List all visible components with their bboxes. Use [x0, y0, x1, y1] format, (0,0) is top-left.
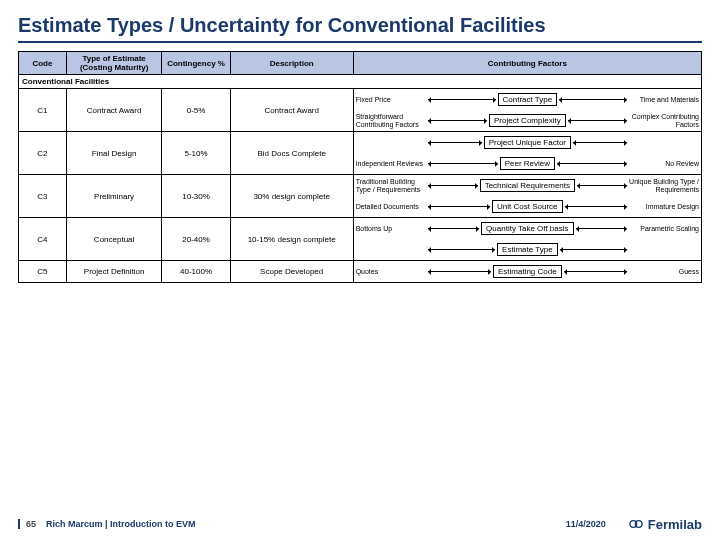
arrow-icon	[576, 228, 627, 229]
table-cell: Contract Award	[230, 89, 353, 132]
fermilab-icon	[628, 516, 644, 532]
arrow-icon	[428, 142, 482, 143]
factor-mid: Unit Cost Source	[492, 200, 562, 213]
table-cell: 40-100%	[162, 261, 230, 283]
arrow-icon	[568, 120, 627, 121]
factor-cell: Quotes Estimating Code Guess	[353, 261, 701, 283]
table-cell: 20-40%	[162, 218, 230, 261]
slide-title: Estimate Types / Uncertainty for Convent…	[18, 14, 702, 43]
factor-right: Parametric Scaling	[629, 225, 699, 232]
arrow-icon	[577, 185, 627, 186]
table-cell: 5-10%	[162, 132, 230, 175]
table-cell: Preliminary	[66, 175, 162, 218]
factor-cell: Project Unique Factor	[353, 132, 701, 154]
table-cell: C4	[19, 218, 67, 261]
factor-cell: Independent Reviews Peer Review No Revie…	[353, 153, 701, 175]
th-type: Type of Estimate (Costing Maturity)	[66, 52, 162, 75]
th-desc: Description	[230, 52, 353, 75]
table-cell: 10-15% design complete	[230, 218, 353, 261]
factor-cell: Bottoms Up Quantity Take Off basis Param…	[353, 218, 701, 240]
arrow-icon	[428, 228, 479, 229]
table-cell: Scope Developed	[230, 261, 353, 283]
section-heading: Conventional Facilities	[19, 75, 702, 89]
arrow-icon	[428, 271, 491, 272]
page-number: 65	[18, 519, 36, 529]
table-cell: Contract Award	[66, 89, 162, 132]
table-cell: 10-30%	[162, 175, 230, 218]
factor-left: Independent Reviews	[356, 160, 426, 167]
table-cell: C1	[19, 89, 67, 132]
factor-mid: Estimate Type	[497, 243, 558, 256]
table-cell: 30% design complete	[230, 175, 353, 218]
arrow-icon	[557, 163, 627, 164]
factor-mid: Contract Type	[498, 93, 558, 106]
factor-cell: Straightforward Contributing Factors Pro…	[353, 110, 701, 132]
factor-mid: Quantity Take Off basis	[481, 222, 573, 235]
factor-cell: Traditional Building Type / Requirements…	[353, 175, 701, 197]
brand-text: Fermilab	[648, 517, 702, 532]
factor-left: Detailed Documents	[356, 203, 426, 210]
factor-left: Bottoms Up	[356, 225, 426, 232]
arrow-icon	[560, 249, 627, 250]
factor-right: Unique Building Type / Requirements	[629, 178, 699, 193]
factor-mid: Estimating Code	[493, 265, 562, 278]
factor-right: Guess	[629, 268, 699, 275]
estimate-table: Code Type of Estimate (Costing Maturity)…	[18, 51, 702, 283]
table-cell: Final Design	[66, 132, 162, 175]
factor-mid: Technical Requirements	[480, 179, 575, 192]
presenter-text: Rich Marcum | Introduction to EVM	[46, 519, 196, 529]
arrow-icon	[428, 163, 498, 164]
table-cell: Bid Docs Complete	[230, 132, 353, 175]
th-code: Code	[19, 52, 67, 75]
arrow-icon	[573, 142, 627, 143]
factor-right: Time and Materials	[629, 96, 699, 103]
arrow-icon	[428, 206, 490, 207]
factor-cell: Estimate Type	[353, 239, 701, 261]
th-cont: Contingency %	[162, 52, 230, 75]
arrow-icon	[564, 271, 627, 272]
table-cell: C5	[19, 261, 67, 283]
factor-left: Fixed Price	[356, 96, 426, 103]
table-cell: Conceptual	[66, 218, 162, 261]
factor-cell: Fixed Price Contract Type Time and Mater…	[353, 89, 701, 111]
arrow-icon	[565, 206, 627, 207]
arrow-icon	[428, 120, 487, 121]
table-cell: Project Definition	[66, 261, 162, 283]
slide-date: 11/4/2020	[566, 519, 606, 529]
table-cell: C3	[19, 175, 67, 218]
arrow-icon	[559, 99, 627, 100]
factor-cell: Detailed Documents Unit Cost Source Imma…	[353, 196, 701, 218]
table-cell: C2	[19, 132, 67, 175]
factor-mid: Peer Review	[500, 157, 555, 170]
arrow-icon	[428, 185, 478, 186]
factor-left: Traditional Building Type / Requirements	[356, 178, 426, 193]
factor-right: Complex Contributing Factors	[629, 113, 699, 128]
factor-right: No Review	[629, 160, 699, 167]
arrow-icon	[428, 249, 495, 250]
slide-footer: 65 Rich Marcum | Introduction to EVM 11/…	[0, 516, 720, 532]
factor-left: Quotes	[356, 268, 426, 275]
table-cell: 0-5%	[162, 89, 230, 132]
factor-mid: Project Unique Factor	[484, 136, 571, 149]
brand-logo: Fermilab	[628, 516, 702, 532]
factor-right: Immature Design	[629, 203, 699, 210]
arrow-icon	[428, 99, 496, 100]
factor-mid: Project Complexity	[489, 114, 566, 127]
th-factors: Contributing Factors	[353, 52, 701, 75]
factor-left: Straightforward Contributing Factors	[356, 113, 426, 128]
